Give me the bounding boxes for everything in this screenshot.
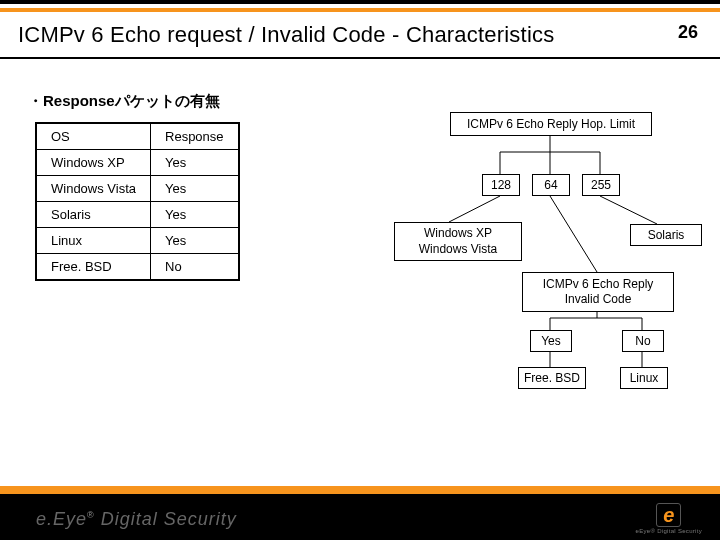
table-row: SolarisYes [36, 202, 239, 228]
brand-suffix: Digital Security [95, 509, 237, 529]
response-table: OS Response Windows XPYes Windows VistaY… [35, 122, 240, 281]
svg-line-6 [600, 196, 657, 224]
tree-group-windows: Windows XP Windows Vista [394, 222, 522, 261]
tree-val-255: 255 [582, 174, 620, 196]
tree-branch-no: No [622, 330, 664, 352]
tree-val-64: 64 [532, 174, 570, 196]
svg-line-7 [550, 196, 597, 272]
table-row: Free. BSDNo [36, 254, 239, 281]
svg-line-5 [449, 196, 500, 222]
tree-root: ICMPv 6 Echo Reply Hop. Limit [450, 112, 652, 136]
tree-leaf-freebsd: Free. BSD [518, 367, 586, 389]
tree-group-solaris: Solaris [630, 224, 702, 246]
brand-prefix: e.Eye [36, 509, 87, 529]
footer-brand: e.Eye® Digital Security [36, 509, 237, 530]
tree-branch-yes: Yes [530, 330, 572, 352]
tree-leaf-linux: Linux [620, 367, 668, 389]
col-header-resp: Response [151, 123, 239, 150]
title-underline [0, 57, 720, 59]
table-header-row: OS Response [36, 123, 239, 150]
brand-reg: ® [87, 510, 95, 520]
table-row: LinuxYes [36, 228, 239, 254]
tree-val-128: 128 [482, 174, 520, 196]
footer-accent [0, 486, 720, 494]
logo-e-icon: e [656, 503, 681, 527]
page-title: ICMPv 6 Echo request / Invalid Code - Ch… [18, 22, 554, 48]
table-row: Windows XPYes [36, 150, 239, 176]
table-row: Windows VistaYes [36, 176, 239, 202]
footer-logo: e eEye® Digital Security [636, 503, 702, 534]
section-label: ・Responseパケットの有無 [28, 92, 220, 111]
page-number: 26 [678, 22, 698, 43]
tree-sub: ICMPv 6 Echo Reply Invalid Code [522, 272, 674, 312]
orange-accent-top [0, 8, 720, 12]
logo-subtext: eEye® Digital Security [636, 528, 702, 534]
decision-tree-diagram: ICMPv 6 Echo Reply Hop. Limit 128 64 255… [370, 112, 700, 372]
col-header-os: OS [36, 123, 151, 150]
